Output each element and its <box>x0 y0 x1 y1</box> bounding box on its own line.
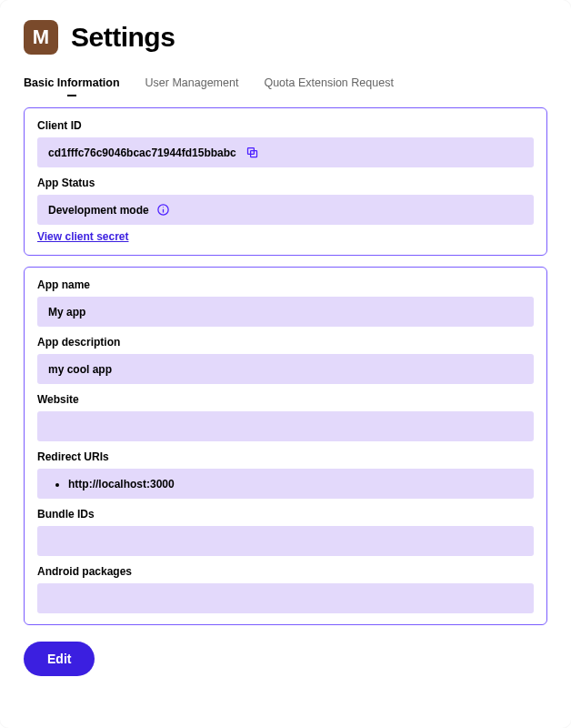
client-id-value-box: cd1fffc76c9046bcac71944fd15bbabc <box>37 137 534 167</box>
copy-icon[interactable] <box>245 146 259 159</box>
redirect-uris-value-box: http://localhost:3000 <box>37 469 534 499</box>
edit-button[interactable]: Edit <box>24 642 95 676</box>
tabs: Basic Information User Management Quota … <box>24 76 547 95</box>
client-id-value: cd1fffc76c9046bcac71944fd15bbabc <box>48 147 236 159</box>
view-client-secret-link[interactable]: View client secret <box>37 230 129 243</box>
svg-point-4 <box>163 207 164 207</box>
tab-label: User Management <box>145 76 239 89</box>
tab-label: Basic Information <box>24 76 120 89</box>
bundle-ids-label: Bundle IDs <box>37 508 534 521</box>
app-desc-value-box: my cool app <box>37 354 534 384</box>
website-value-box <box>37 411 534 441</box>
redirect-uri-item: http://localhost:3000 <box>68 478 175 490</box>
credentials-card: Client ID cd1fffc76c9046bcac71944fd15bba… <box>24 107 547 256</box>
app-status-value-box: Development mode <box>37 195 534 225</box>
app-name-value: My app <box>48 306 85 318</box>
app-name-label: App name <box>37 278 534 291</box>
tab-label: Quota Extension Request <box>264 76 393 89</box>
details-card: App name My app App description my cool … <box>24 267 547 625</box>
app-status-value: Development mode <box>48 204 149 217</box>
info-icon[interactable] <box>156 203 170 217</box>
app-name-value-box: My app <box>37 297 534 327</box>
app-desc-label: App description <box>37 336 534 349</box>
tab-user-management[interactable]: User Management <box>145 76 239 95</box>
app-status-label: App Status <box>37 177 534 189</box>
app-logo: M <box>24 20 58 55</box>
android-packages-label: Android packages <box>37 565 534 578</box>
android-packages-value-box <box>37 583 534 613</box>
tab-basic-information[interactable]: Basic Information <box>24 76 120 95</box>
client-id-label: Client ID <box>37 119 534 132</box>
page-title: Settings <box>71 22 175 53</box>
tab-quota-extension-request[interactable]: Quota Extension Request <box>264 76 393 95</box>
app-logo-letter: M <box>33 25 49 49</box>
bundle-ids-value-box <box>37 526 534 556</box>
website-label: Website <box>37 393 534 406</box>
redirect-uris-label: Redirect URIs <box>37 450 534 463</box>
app-desc-value: my cool app <box>48 363 112 376</box>
